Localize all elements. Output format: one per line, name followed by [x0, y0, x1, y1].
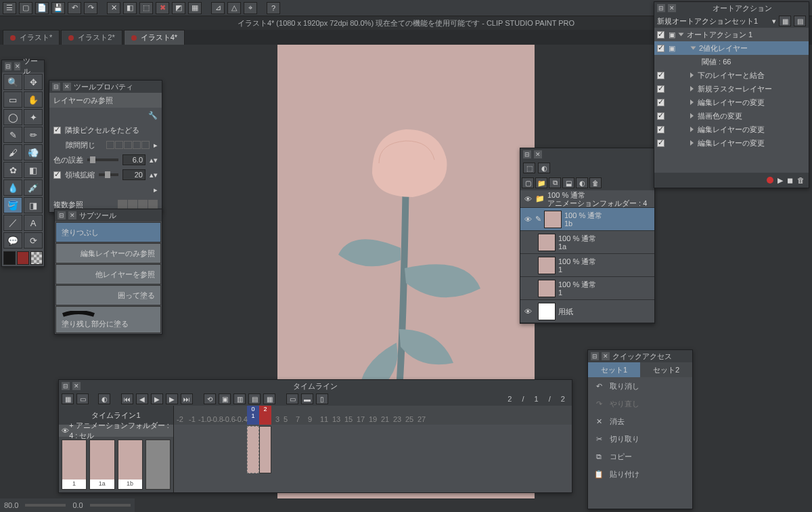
- aa-merge[interactable]: 下のレイヤーと結合: [654, 68, 809, 82]
- layer-del-icon[interactable]: 🗑: [589, 177, 602, 188]
- tl-cel1-icon[interactable]: ▥: [233, 393, 246, 404]
- fg-color[interactable]: [3, 251, 16, 265]
- timeline-ruler[interactable]: 01 2 -2-1-1.0-0.8-0.6-0.4357911131517192…: [174, 406, 572, 425]
- layer-1b[interactable]: 👁✎ 100 % 通常1b: [520, 208, 654, 231]
- wrench-icon[interactable]: 🔧: [148, 111, 158, 120]
- layer-folder-icon[interactable]: 📁: [535, 177, 547, 188]
- tool-correct[interactable]: ⟳: [24, 232, 43, 249]
- subtool-other-layer[interactable]: 他レイヤーを参照: [55, 264, 161, 284]
- clear-icon[interactable]: ✕: [107, 2, 120, 14]
- new-icon[interactable]: ▢: [19, 2, 32, 14]
- layer-opacity-icon[interactable]: ◐: [538, 163, 550, 173]
- tl-clip-icon[interactable]: ▭: [76, 393, 89, 404]
- folder-eye-icon[interactable]: 👁: [523, 195, 533, 203]
- doc-tab-2[interactable]: イラスト2*: [61, 30, 122, 45]
- tool-deco[interactable]: ✿: [3, 162, 22, 178]
- aa-opt-icon[interactable]: ▤: [794, 16, 806, 26]
- tool-pen[interactable]: ✎: [3, 127, 22, 143]
- qa-cut[interactable]: ✂切り取り: [588, 430, 692, 448]
- help-icon[interactable]: ?: [267, 2, 280, 14]
- tl-loop-icon[interactable]: ⟲: [204, 393, 216, 404]
- autoaction-set[interactable]: 新規オートアクションセット1: [657, 16, 769, 26]
- qa-clear[interactable]: ✕消去: [588, 412, 692, 430]
- tool-blend[interactable]: 💧: [3, 179, 22, 196]
- layer-paper[interactable]: 👁 用紙: [520, 300, 654, 323]
- tl-first-icon[interactable]: ⏮: [121, 393, 133, 404]
- fill-icon[interactable]: ◧: [123, 2, 137, 14]
- area-exp-check[interactable]: [53, 171, 61, 179]
- tool-magnify[interactable]: 🔍: [3, 74, 22, 90]
- open-icon[interactable]: 📄: [35, 2, 49, 14]
- timeline-track-area[interactable]: [174, 425, 572, 492]
- tool-balloon[interactable]: 💬: [3, 232, 22, 249]
- aa-editlayer3[interactable]: 編集レイヤーの変更: [654, 136, 809, 150]
- layer-new-icon[interactable]: ▢: [522, 177, 534, 188]
- subtool-enclose[interactable]: 囲って塗る: [55, 285, 161, 305]
- aa-newraster[interactable]: 新規ラスターレイヤー: [654, 82, 809, 95]
- layer-blend-icon[interactable]: ⬚: [523, 163, 535, 173]
- subtool-leftover[interactable]: 塗り残し部分に塗る: [55, 306, 161, 333]
- subtool-fill[interactable]: 塗りつぶし: [55, 222, 161, 242]
- qa-copy[interactable]: ⧉コピー: [588, 448, 692, 465]
- tl-edit1-icon[interactable]: ▭: [286, 393, 298, 404]
- layer-mask-icon[interactable]: ◐: [576, 177, 588, 188]
- cel-1[interactable]: 1: [62, 440, 87, 490]
- track-folder-label[interactable]: + アニメーションフォルダー : 4 : セル: [69, 421, 171, 441]
- cel-1b[interactable]: 1b: [118, 440, 143, 490]
- adj-pixel-check[interactable]: [53, 127, 61, 134]
- ruler2-icon[interactable]: △: [227, 2, 241, 14]
- layer-1-dup[interactable]: 100 % 通常1: [520, 254, 654, 277]
- aa-root[interactable]: ▣オートアクション 1: [654, 28, 809, 41]
- qa-set2-tab[interactable]: セット2: [640, 362, 692, 377]
- doc-tab-3[interactable]: イラスト4*: [124, 30, 185, 45]
- bg-color[interactable]: [17, 251, 29, 265]
- tl-cel3-icon[interactable]: ▦: [263, 393, 275, 404]
- tool-line[interactable]: ／: [3, 215, 22, 231]
- tl-edit2-icon[interactable]: ▬: [301, 393, 313, 404]
- transparent-color[interactable]: [30, 251, 43, 265]
- tool-brush[interactable]: 🖌: [3, 144, 22, 161]
- tool-wand[interactable]: ✦: [24, 109, 43, 125]
- aa-trash-icon[interactable]: 🗑: [797, 176, 805, 184]
- border-icon[interactable]: ▦: [188, 2, 202, 14]
- select-all-icon[interactable]: ⬚: [139, 2, 153, 14]
- tl-edit3-icon[interactable]: ▯: [316, 393, 328, 404]
- tool-move[interactable]: ✥: [24, 74, 43, 90]
- cel-empty[interactable]: [145, 440, 171, 490]
- ruler1-icon[interactable]: ⊿: [211, 2, 225, 14]
- aa-add-icon[interactable]: ▦: [779, 16, 791, 26]
- qa-undo[interactable]: ↶取り消し: [588, 377, 692, 395]
- tool-lasso[interactable]: ◯: [3, 109, 22, 125]
- aa-binarize[interactable]: ▣2値化レイヤー: [654, 41, 809, 55]
- tl-play-icon[interactable]: ▶: [151, 393, 163, 404]
- invert-sel-icon[interactable]: ◩: [172, 2, 185, 14]
- save-icon[interactable]: 💾: [51, 2, 65, 14]
- snap-icon[interactable]: ⌖: [244, 2, 257, 14]
- aa-editlayer2[interactable]: 編集レイヤーの変更: [654, 123, 809, 136]
- color-tol-value[interactable]: 6.0: [122, 154, 145, 165]
- tool-pencil[interactable]: ✏: [24, 127, 43, 143]
- area-exp-slider[interactable]: [99, 173, 118, 176]
- deselect-icon[interactable]: ✖: [156, 2, 169, 14]
- tool-moveview[interactable]: ✋: [24, 91, 43, 108]
- layer-1[interactable]: 100 % 通常1: [520, 277, 654, 300]
- redo-icon[interactable]: ↷: [84, 2, 97, 14]
- aa-drawcolor[interactable]: 描画色の変更: [654, 109, 809, 123]
- track-eye-icon[interactable]: 👁: [62, 427, 69, 435]
- area-exp-value[interactable]: 20: [122, 169, 145, 180]
- gap-more-icon[interactable]: ▸: [154, 141, 158, 150]
- qa-redo[interactable]: ↷やり直し: [588, 395, 692, 412]
- layer-1a[interactable]: 100 % 通常1a: [520, 231, 654, 254]
- tl-cel2-icon[interactable]: ▤: [248, 393, 261, 404]
- qa-paste[interactable]: 📋貼り付け: [588, 465, 692, 483]
- tool-text[interactable]: A: [24, 215, 43, 231]
- tl-new-icon[interactable]: ▦: [62, 393, 74, 404]
- aa-stop-icon[interactable]: ◼: [787, 176, 793, 185]
- tl-next-icon[interactable]: ▶: [166, 393, 178, 404]
- cel-1a[interactable]: 1a: [89, 440, 114, 490]
- undo-icon[interactable]: ↶: [68, 2, 81, 14]
- layer-merge-icon[interactable]: ⬓: [562, 177, 574, 188]
- tl-rec-icon[interactable]: ▣: [219, 393, 231, 404]
- aa-play-icon[interactable]: ▶: [777, 176, 783, 185]
- tool-operation[interactable]: ▭: [3, 91, 22, 108]
